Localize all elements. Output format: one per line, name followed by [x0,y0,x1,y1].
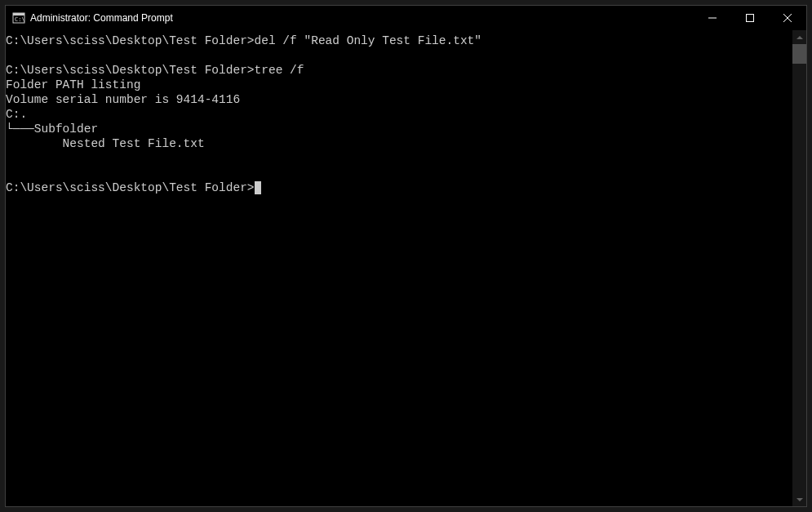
svg-rect-4 [747,15,754,22]
terminal-line: Folder PATH listing [6,78,792,92]
command-text: tree /f [255,64,304,77]
window-title: Administrator: Command Prompt [30,12,694,24]
window-controls [694,6,806,30]
scroll-up-arrow[interactable] [792,30,806,44]
app-icon: C:\ [12,11,25,24]
terminal-body: C:\Users\sciss\Desktop\Test Folder>del /… [6,30,806,506]
terminal-line: Volume serial number is 9414-4116 [6,92,792,107]
terminal-line: C:\Users\sciss\Desktop\Test Folder> [6,180,792,195]
command-text: del /f "Read Only Test File.txt" [255,34,481,47]
terminal-line: Nested Test File.txt [6,136,792,151]
prompt: C:\Users\sciss\Desktop\Test Folder> [6,64,255,77]
scroll-down-arrow[interactable] [792,492,806,506]
prompt: C:\Users\sciss\Desktop\Test Folder> [6,181,255,194]
terminal-line: └───Subfolder [6,122,792,136]
cursor [255,181,261,194]
scrollbar[interactable] [792,30,806,506]
terminal-line [6,166,792,180]
terminal-line: C:\Users\sciss\Desktop\Test Folder>del /… [6,33,792,48]
svg-marker-8 [796,498,803,501]
scrollbar-thumb[interactable] [792,44,806,64]
terminal-line [6,151,792,166]
minimize-button[interactable] [694,6,731,30]
terminal-content[interactable]: C:\Users\sciss\Desktop\Test Folder>del /… [6,30,792,506]
close-button[interactable] [769,6,806,30]
svg-rect-1 [13,13,24,16]
terminal-line: C:\Users\sciss\Desktop\Test Folder>tree … [6,63,792,78]
command-prompt-window: C:\ Administrator: Command Prompt C:\Use… [5,5,807,507]
svg-text:C:\: C:\ [15,16,25,23]
maximize-button[interactable] [731,6,769,30]
prompt: C:\Users\sciss\Desktop\Test Folder> [6,34,255,47]
terminal-line: C:. [6,107,792,122]
titlebar[interactable]: C:\ Administrator: Command Prompt [6,6,806,30]
svg-marker-7 [796,36,803,39]
terminal-line [6,48,792,63]
